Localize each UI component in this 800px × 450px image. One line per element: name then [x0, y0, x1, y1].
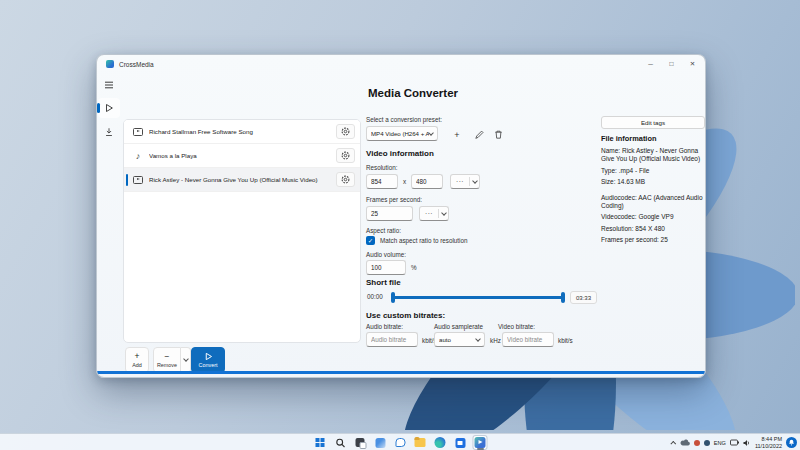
check-icon: ✓: [368, 236, 373, 245]
remove-button[interactable]: − Remove: [153, 347, 181, 373]
app-window: CrossMedia ─ □ ✕: [96, 54, 706, 378]
chevron-down-icon: [183, 356, 189, 362]
video-file-icon: [133, 176, 143, 184]
tray-overflow-button[interactable]: [670, 440, 676, 446]
maximize-button[interactable]: □: [661, 55, 682, 72]
minus-icon: −: [165, 352, 170, 361]
chat-button[interactable]: [393, 435, 408, 450]
task-view-icon: [356, 438, 365, 447]
download-icon: [104, 127, 114, 137]
task-view-button[interactable]: [353, 435, 368, 450]
crossmedia-app-button[interactable]: [473, 435, 488, 450]
info-type: Type: .mp4 - File: [601, 167, 705, 175]
delete-preset-button[interactable]: [490, 127, 506, 142]
item-settings-button[interactable]: [336, 124, 355, 139]
add-button[interactable]: + Add: [125, 347, 149, 373]
window-title: CrossMedia: [119, 61, 154, 68]
preset-label: Select a conversion preset:: [366, 116, 442, 123]
video-bitrate-input[interactable]: [502, 332, 554, 347]
audio-samplerate-dropdown[interactable]: auto: [434, 332, 485, 347]
file-information-heading: File information: [601, 134, 705, 143]
taskbar-search-button[interactable]: [333, 435, 348, 450]
system-tray: ENG 8:44 PM 11/10/2022: [672, 434, 797, 450]
audio-bitrate-input[interactable]: [366, 332, 418, 347]
file-information-panel: File information Name: Rick Astley - Nev…: [601, 134, 705, 248]
match-aspect-checkbox[interactable]: ✓: [366, 236, 375, 245]
info-resolution: Resolution: 854 X 480: [601, 225, 705, 233]
fps-presets-button[interactable]: ···: [419, 206, 449, 221]
nav-item-download[interactable]: [98, 122, 120, 142]
microsoft-store-button[interactable]: [453, 435, 468, 450]
fps-label: Frames per second:: [366, 196, 422, 203]
edge-browser-button[interactable]: [433, 435, 448, 450]
audio-volume-label: Audio volume:: [366, 251, 406, 258]
add-preset-button[interactable]: +: [449, 127, 465, 142]
tray-app-icon[interactable]: [704, 440, 710, 446]
gear-icon: [340, 174, 351, 185]
widgets-button[interactable]: [373, 435, 388, 450]
slider-handle-start[interactable]: [391, 292, 395, 303]
list-item-selected[interactable]: Rick Astley - Never Gonna Give You Up (O…: [124, 168, 360, 192]
item-settings-button[interactable]: [336, 148, 355, 163]
edit-tags-button[interactable]: Edit tags: [601, 116, 705, 129]
trim-start-value: 00:00: [367, 293, 383, 300]
slider-handle-end[interactable]: [561, 292, 565, 303]
titlebar[interactable]: CrossMedia ─ □ ✕: [97, 55, 705, 73]
media-converter-app-icon: [475, 437, 486, 448]
notification-center-button[interactable]: [786, 437, 797, 448]
item-settings-button[interactable]: [336, 172, 355, 187]
battery-icon[interactable]: [730, 439, 739, 447]
more-icon: ···: [451, 178, 469, 185]
edge-icon: [435, 437, 446, 448]
onedrive-cloud-icon[interactable]: [680, 439, 690, 446]
match-aspect-label: Match aspect ratio to resolution: [380, 237, 468, 244]
trim-end-value[interactable]: 03:33: [570, 291, 597, 304]
list-item[interactable]: Richard Stallman Free Software Song: [124, 120, 360, 144]
short-file-heading: Short file: [366, 278, 401, 287]
resolution-height-input[interactable]: [411, 174, 443, 189]
remove-dropdown-button[interactable]: [181, 347, 191, 373]
audio-samplerate-label: Audio samplerate: [434, 323, 483, 330]
plus-icon: +: [135, 352, 140, 361]
search-icon: [335, 438, 345, 448]
audio-volume-input[interactable]: [366, 260, 406, 275]
taskbar-center-icons: [313, 435, 488, 450]
resolution-presets-button[interactable]: ···: [450, 174, 480, 189]
edit-preset-button[interactable]: [471, 127, 487, 142]
taskbar: ENG 8:44 PM 11/10/2022: [0, 433, 800, 450]
file-list-panel: Richard Stallman Free Software Song ♪ Va…: [123, 119, 361, 343]
fps-input[interactable]: [366, 206, 413, 221]
start-button[interactable]: [313, 435, 328, 450]
close-button[interactable]: ✕: [682, 55, 703, 72]
plus-icon: +: [454, 130, 459, 140]
bell-icon: [788, 439, 795, 446]
file-explorer-button[interactable]: [413, 435, 428, 450]
language-indicator[interactable]: ENG: [714, 440, 726, 446]
convert-button[interactable]: Convert: [191, 347, 225, 373]
info-videocodec: Videocodec: Google VP9: [601, 213, 705, 221]
trim-slider[interactable]: [391, 291, 565, 304]
audio-volume-unit: %: [411, 264, 417, 271]
speaker-icon[interactable]: [743, 439, 751, 447]
play-icon: [204, 352, 213, 361]
chat-icon: [395, 438, 405, 447]
audio-file-icon: ♪: [133, 151, 143, 161]
tray-app-icon[interactable]: [694, 440, 700, 446]
list-item[interactable]: ♪ Vamos a la Playa: [124, 144, 360, 168]
tray-date: 11/10/2022: [755, 443, 782, 449]
resolution-width-input[interactable]: [366, 174, 398, 189]
menu-button[interactable]: [98, 75, 120, 95]
audio-bitrate-label: Audio bitrate:: [366, 323, 403, 330]
taskbar-clock[interactable]: 8:44 PM 11/10/2022: [755, 436, 782, 449]
resolution-label: Resolution:: [366, 164, 398, 171]
nav-item-converter[interactable]: [98, 98, 120, 118]
chevron-down-icon: [441, 210, 447, 216]
resolution-separator: x: [403, 178, 406, 185]
preset-dropdown[interactable]: MP4 Video (H264 + AAC): [366, 126, 438, 141]
minimize-button[interactable]: ─: [640, 55, 661, 72]
video-bitrate-label: Video bitrate:: [498, 323, 535, 330]
chevron-down-icon: [428, 130, 434, 136]
trash-icon: [493, 129, 504, 140]
slider-track[interactable]: [393, 296, 563, 299]
store-icon: [455, 438, 465, 448]
